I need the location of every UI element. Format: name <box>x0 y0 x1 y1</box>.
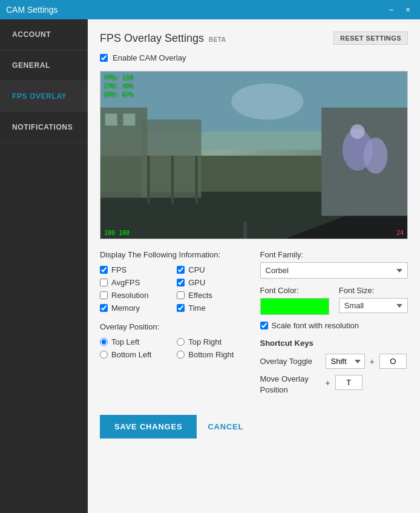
radio-label-bottom-right[interactable]: Bottom Right <box>188 350 234 359</box>
radio-top-right[interactable] <box>177 338 185 346</box>
save-changes-button[interactable]: SAVE CHANGES <box>100 415 197 439</box>
footer-buttons: SAVE CHANGES CANCEL <box>100 415 408 439</box>
checkbox-time[interactable] <box>177 304 185 312</box>
display-checkboxes: FPSCPUAvgFPSGPUResolutionEffectsMemoryTi… <box>100 265 248 313</box>
checkbox-memory[interactable] <box>100 304 108 312</box>
checkbox-resolution[interactable] <box>100 291 108 299</box>
main-layout: ACCOUNTGENERALFPS OVERLAYNOTIFICATIONS F… <box>0 19 420 513</box>
hud-overlay: FPS: 120 CPU: 45% GPU: 67% <box>104 74 133 99</box>
display-section-label: Display The Following Information: <box>100 250 248 259</box>
checkbox-label-cpu[interactable]: CPU <box>188 265 205 274</box>
checkbox-avgfps[interactable] <box>100 279 108 286</box>
font-color-group: Font Color: <box>260 286 329 315</box>
sidebar: ACCOUNTGENERALFPS OVERLAYNOTIFICATIONS <box>0 19 88 513</box>
svg-rect-17 <box>243 222 247 239</box>
scale-font-checkbox[interactable] <box>260 322 268 329</box>
position-section-label: Overlay Position: <box>100 322 248 331</box>
left-column: Display The Following Information: FPSCP… <box>100 250 248 404</box>
move-key-group: + <box>326 375 363 390</box>
settings-columns: Display The Following Information: FPSCP… <box>100 250 408 404</box>
checkbox-label-fps[interactable]: FPS <box>111 265 126 274</box>
scale-font-label[interactable]: Scale font with resolution <box>272 321 359 330</box>
preview-svg <box>100 71 407 239</box>
page-title-group: FPS Overlay Settings BETA <box>100 32 226 45</box>
sidebar-item-general[interactable]: GENERAL <box>0 50 88 81</box>
checkbox-row-gpu: GPU <box>177 278 248 287</box>
svg-point-14 <box>364 137 388 174</box>
font-size-label: Font Size: <box>339 286 408 295</box>
sidebar-item-notifications[interactable]: NOTIFICATIONS <box>0 112 88 143</box>
page-title: FPS Overlay Settings <box>100 32 204 45</box>
plus-sign-2: + <box>326 378 330 388</box>
font-color-label: Font Color: <box>260 286 329 295</box>
close-button[interactable]: × <box>402 4 414 16</box>
sidebar-item-fps-overlay[interactable]: FPS OVERLAY <box>0 81 88 112</box>
hud-fps: FPS: 120 <box>104 74 133 81</box>
font-color-swatch[interactable] <box>260 298 329 315</box>
checkbox-row-fps: FPS <box>100 265 171 274</box>
beta-badge: BETA <box>209 36 226 43</box>
enable-overlay-row: Enable CAM Overlay <box>100 53 408 62</box>
radio-row-bottom-right: Bottom Right <box>177 350 248 359</box>
checkbox-row-time: Time <box>177 303 248 313</box>
enable-overlay-checkbox[interactable] <box>100 54 108 62</box>
font-family-label: Font Family: <box>260 250 409 259</box>
cancel-button[interactable]: CANCEL <box>198 415 253 439</box>
checkbox-effects[interactable] <box>177 291 185 299</box>
enable-overlay-label[interactable]: Enable CAM Overlay <box>113 53 186 62</box>
radio-label-top-left[interactable]: Top Left <box>111 337 139 346</box>
game-preview: FPS: 120 CPU: 45% GPU: 67% 100 100 24 <box>100 71 407 239</box>
shortcut-section: Shortcut Keys Overlay Toggle ShiftCtrlAl… <box>260 339 409 396</box>
preview-area: FPS: 120 CPU: 45% GPU: 67% 100 100 24 <box>100 71 408 239</box>
font-size-group: Font Size: SmallMediumLarge <box>339 286 408 313</box>
title-bar: CAM Settings − × <box>0 0 420 19</box>
content-area: FPS Overlay Settings BETA RESET SETTINGS… <box>88 19 420 513</box>
shortcut-title: Shortcut Keys <box>260 339 409 348</box>
sidebar-item-account[interactable]: ACCOUNT <box>0 19 88 50</box>
radio-bottom-right[interactable] <box>177 351 185 359</box>
font-family-select[interactable]: CorbelArialVerdanaTahomaSegoe UI <box>260 262 409 279</box>
modifier-key-select[interactable]: ShiftCtrlAlt <box>326 354 365 369</box>
checkbox-label-time[interactable]: Time <box>188 303 205 313</box>
scale-font-row: Scale font with resolution <box>260 321 409 330</box>
radio-label-bottom-left[interactable]: Bottom Left <box>111 350 151 359</box>
checkbox-row-effects: Effects <box>177 291 248 300</box>
font-size-select[interactable]: SmallMediumLarge <box>339 298 408 313</box>
radio-label-top-right[interactable]: Top Right <box>188 337 221 346</box>
svg-point-15 <box>350 124 365 139</box>
checkbox-label-memory[interactable]: Memory <box>111 303 140 313</box>
app-title: CAM Settings <box>6 5 58 15</box>
checkbox-label-avgfps[interactable]: AvgFPS <box>111 278 140 287</box>
minimize-button[interactable]: − <box>385 4 397 16</box>
svg-point-16 <box>231 84 303 120</box>
svg-rect-9 <box>171 156 174 204</box>
radio-row-top-right: Top Right <box>177 337 248 346</box>
page-header: FPS Overlay Settings BETA RESET SETTINGS <box>100 31 408 45</box>
hud-gpu: GPU: 67% <box>104 91 133 98</box>
move-key-input[interactable] <box>335 375 363 390</box>
checkbox-row-cpu: CPU <box>177 265 248 274</box>
checkbox-fps[interactable] <box>100 266 108 274</box>
font-color-size-row: Font Color: Font Size: SmallMediumLarge <box>260 286 409 315</box>
right-column: Font Family: CorbelArialVerdanaTahomaSeg… <box>260 250 409 404</box>
toggle-key-input[interactable] <box>379 354 407 369</box>
title-bar-controls: − × <box>385 4 414 16</box>
checkbox-label-resolution[interactable]: Resolution <box>111 291 148 300</box>
checkbox-row-avgfps: AvgFPS <box>100 278 171 287</box>
radio-bottom-left[interactable] <box>100 351 108 359</box>
radio-top-left[interactable] <box>100 338 108 346</box>
svg-rect-8 <box>147 156 149 204</box>
hud-bottom: 100 100 <box>104 230 130 236</box>
hud-cpu: CPU: 45% <box>104 83 133 90</box>
plus-sign-1: + <box>370 357 375 366</box>
checkbox-label-effects[interactable]: Effects <box>188 291 212 300</box>
radio-row-bottom-left: Bottom Left <box>100 350 171 359</box>
overlay-toggle-label: Overlay Toggle <box>260 357 321 366</box>
checkbox-gpu[interactable] <box>177 279 185 286</box>
svg-rect-6 <box>123 113 136 125</box>
checkbox-label-gpu[interactable]: GPU <box>188 278 205 287</box>
checkbox-row-resolution: Resolution <box>100 291 171 300</box>
font-family-group: Font Family: CorbelArialVerdanaTahomaSeg… <box>260 250 409 279</box>
reset-settings-button[interactable]: RESET SETTINGS <box>333 31 408 45</box>
checkbox-cpu[interactable] <box>177 266 185 274</box>
